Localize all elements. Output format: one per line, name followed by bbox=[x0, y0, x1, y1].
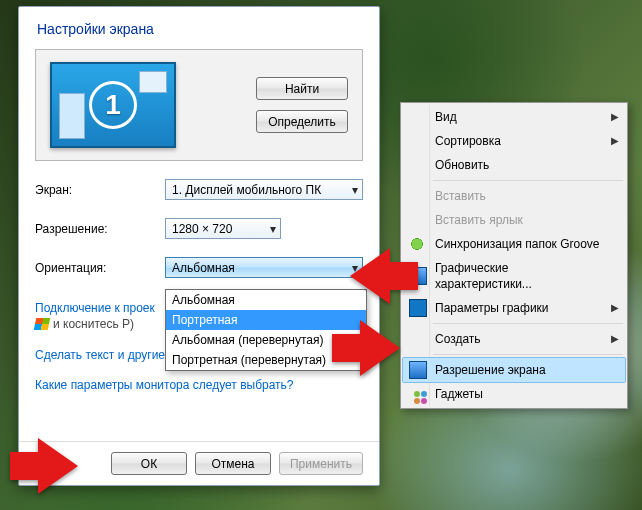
menu-item-label: Параметры графики bbox=[435, 301, 549, 315]
dialog-title: Настройки экрана bbox=[37, 21, 363, 37]
menu-item-label: Вставить bbox=[435, 189, 486, 203]
menu-item[interactable]: Сортировка▶ bbox=[403, 129, 625, 153]
orientation-label: Ориентация: bbox=[35, 261, 165, 275]
desktop-context-menu: Вид▶Сортировка▶ОбновитьВставитьВставить … bbox=[400, 102, 628, 409]
ok-button[interactable]: ОК bbox=[111, 452, 187, 475]
menu-separator bbox=[433, 354, 623, 355]
menu-item-label: Обновить bbox=[435, 158, 489, 172]
menu-item-label: Вид bbox=[435, 110, 457, 124]
display-dropdown-value: 1. Дисплей мобильного ПК bbox=[172, 183, 321, 197]
cancel-button[interactable]: Отмена bbox=[195, 452, 271, 475]
menu-item-label: Разрешение экрана bbox=[435, 363, 546, 377]
menu-item-label: Сортировка bbox=[435, 134, 501, 148]
menu-item[interactable]: Вид▶ bbox=[403, 105, 625, 129]
menu-separator bbox=[433, 323, 623, 324]
menu-item[interactable]: Разрешение экрана bbox=[402, 357, 626, 383]
menu-item-label: Графические характеристики... bbox=[435, 261, 532, 291]
submenu-arrow-icon: ▶ bbox=[611, 109, 619, 125]
menu-item-label: Вставить ярлык bbox=[435, 213, 523, 227]
menu-separator bbox=[433, 180, 623, 181]
monitor-thumbnail[interactable]: 1 bbox=[50, 62, 176, 148]
res-icon bbox=[409, 361, 427, 379]
apply-button[interactable]: Применить bbox=[279, 452, 363, 475]
menu-item-label: Гаджеты bbox=[435, 387, 483, 401]
windows-logo-icon bbox=[34, 318, 51, 330]
orientation-dropdown-value: Альбомная bbox=[172, 261, 235, 275]
detect-button[interactable]: Определить bbox=[256, 110, 348, 133]
menu-item: Вставить bbox=[403, 184, 625, 208]
resolution-label: Разрешение: bbox=[35, 222, 165, 236]
menu-item: Вставить ярлык bbox=[403, 208, 625, 232]
orientation-dropdown[interactable]: Альбомная ▾ bbox=[165, 257, 363, 278]
menu-item[interactable]: Параметры графики▶ bbox=[403, 296, 625, 320]
gadget-icon bbox=[409, 386, 425, 402]
menu-item[interactable]: Гаджеты bbox=[403, 382, 625, 406]
menu-item[interactable]: Создать▶ bbox=[403, 327, 625, 351]
groove-icon bbox=[409, 236, 425, 252]
submenu-arrow-icon: ▶ bbox=[611, 133, 619, 149]
resolution-dropdown-value: 1280 × 720 bbox=[172, 222, 232, 236]
menu-item[interactable]: Обновить bbox=[403, 153, 625, 177]
menu-item[interactable]: Синхронизация папок Groove bbox=[403, 232, 625, 256]
monitor-preview-area: 1 Найти Определить bbox=[35, 49, 363, 161]
which-params-link[interactable]: Какие параметры монитора следует выбрать… bbox=[35, 378, 363, 392]
chevron-down-icon: ▾ bbox=[346, 183, 358, 197]
orientation-option[interactable]: Альбомная bbox=[166, 290, 366, 310]
chevron-down-icon: ▾ bbox=[264, 222, 276, 236]
intel-icon bbox=[409, 299, 427, 317]
display-dropdown[interactable]: 1. Дисплей мобильного ПК ▾ bbox=[165, 179, 363, 200]
menu-item-label: Создать bbox=[435, 332, 481, 346]
submenu-arrow-icon: ▶ bbox=[611, 331, 619, 347]
submenu-arrow-icon: ▶ bbox=[611, 300, 619, 316]
menu-item-label: Синхронизация папок Groove bbox=[435, 237, 600, 251]
menu-item[interactable]: Графические характеристики... bbox=[403, 256, 625, 296]
orientation-option[interactable]: Портретная bbox=[166, 310, 366, 330]
resolution-dropdown[interactable]: 1280 × 720 ▾ bbox=[165, 218, 281, 239]
monitor-number-badge: 1 bbox=[89, 81, 137, 129]
screen-settings-dialog: Настройки экрана 1 Найти Определить Экра… bbox=[18, 6, 380, 486]
display-label: Экран: bbox=[35, 183, 165, 197]
find-button[interactable]: Найти bbox=[256, 77, 348, 100]
projector-link-text-1: Подключение к проек bbox=[35, 301, 155, 315]
